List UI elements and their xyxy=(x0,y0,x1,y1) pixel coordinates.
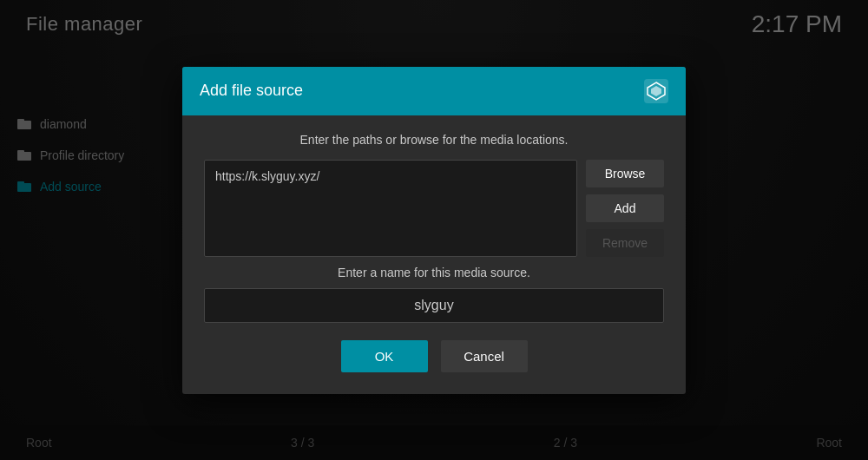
path-row: https://k.slyguy.xyz/ Browse Add Remove xyxy=(204,160,664,257)
path-instruction: Enter the paths or browse for the media … xyxy=(204,133,664,147)
browse-button[interactable]: Browse xyxy=(586,160,664,187)
dialog-body: Enter the paths or browse for the media … xyxy=(182,115,686,394)
dialog-footer: OK Cancel xyxy=(204,340,664,372)
add-button[interactable]: Add xyxy=(586,194,664,222)
dialog-header: Add file source xyxy=(182,67,686,115)
path-buttons: Browse Add Remove xyxy=(586,160,664,257)
dialog-title: Add file source xyxy=(200,82,303,100)
path-input[interactable]: https://k.slyguy.xyz/ xyxy=(204,160,577,257)
cancel-button[interactable]: Cancel xyxy=(441,340,528,372)
name-section: Enter a name for this media source. xyxy=(204,266,664,323)
kodi-logo-icon xyxy=(644,79,668,103)
add-file-source-dialog: Add file source Enter the paths or brows… xyxy=(182,67,686,394)
name-instruction: Enter a name for this media source. xyxy=(204,266,664,279)
ok-button[interactable]: OK xyxy=(341,340,428,372)
path-value: https://k.slyguy.xyz/ xyxy=(215,169,319,183)
remove-button[interactable]: Remove xyxy=(586,229,664,257)
modal-overlay: Add file source Enter the paths or brows… xyxy=(0,0,868,460)
media-source-name-input[interactable] xyxy=(204,288,664,323)
